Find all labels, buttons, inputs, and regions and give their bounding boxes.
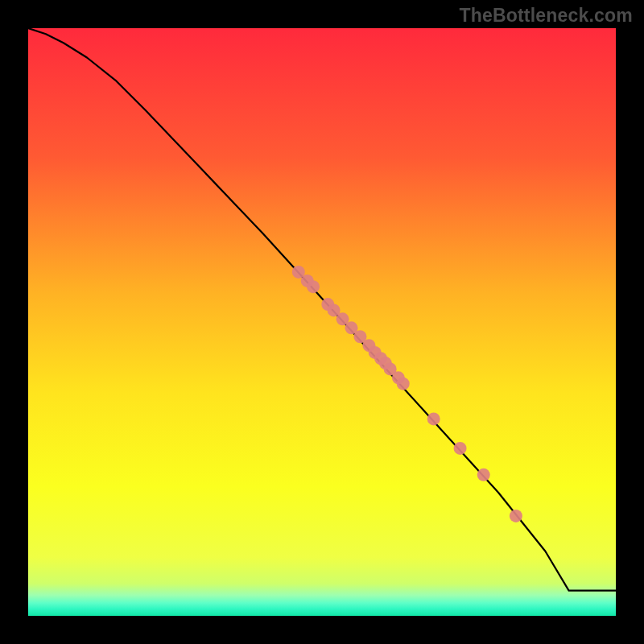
highlight-point xyxy=(427,412,440,425)
chart-stage: TheBottleneck.com xyxy=(0,0,644,644)
highlight-point xyxy=(454,442,467,455)
gradient-background xyxy=(28,28,616,616)
watermark-text: TheBottleneck.com xyxy=(459,5,633,27)
plot-area xyxy=(28,28,616,616)
highlight-point xyxy=(307,280,320,293)
highlight-point xyxy=(397,378,410,390)
highlight-point xyxy=(477,469,490,481)
highlight-point xyxy=(510,510,522,522)
chart-svg xyxy=(28,28,616,616)
